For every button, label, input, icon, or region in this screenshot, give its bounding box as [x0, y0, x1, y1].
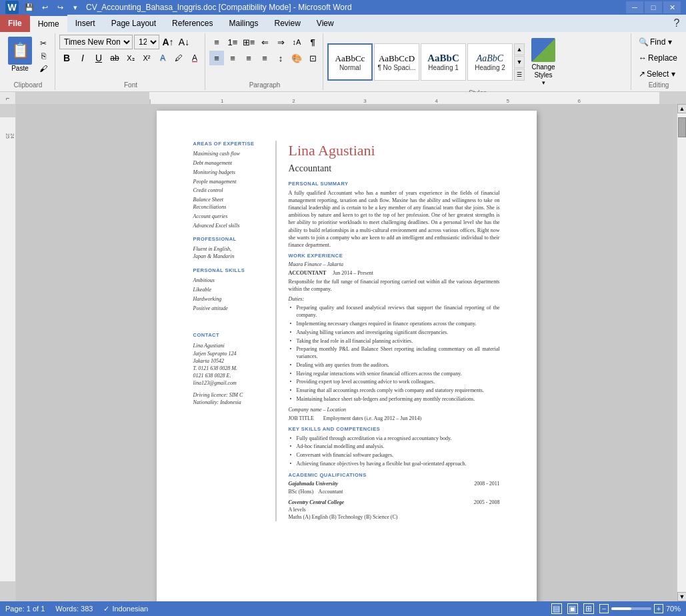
- help-button[interactable]: ?: [670, 17, 683, 29]
- clipboard-small-buttons: ✂ ⎘ 🖌: [36, 37, 51, 75]
- copy-button[interactable]: ⎘: [36, 50, 51, 62]
- minimize-button[interactable]: ─: [626, 1, 643, 13]
- subscript-button[interactable]: X₂: [123, 51, 138, 65]
- style-heading1[interactable]: AaBbC Heading 1: [421, 43, 466, 81]
- superscript-button[interactable]: X²: [139, 51, 154, 65]
- justify-button[interactable]: ≡: [257, 51, 272, 65]
- styles-more-button[interactable]: ☰: [514, 69, 525, 81]
- clipboard-group: 📋 Paste ✂ ⎘ 🖌 Clipboard: [1, 33, 55, 90]
- paragraph-group: ≡ 1≡ ⊞≡ ⇐ ⇒ ↕A ¶ ≡ ≡ ≡ ≡ ↕ 🎨 ⊡ Paragraph: [207, 33, 323, 90]
- increase-indent-button[interactable]: ⇒: [273, 35, 288, 49]
- font-color-button[interactable]: A: [187, 51, 202, 65]
- select-button[interactable]: ↗ Select ▾: [635, 67, 682, 81]
- highlight-button[interactable]: 🖊: [171, 51, 186, 65]
- language: Indonesian: [112, 605, 148, 613]
- tab-page-layout[interactable]: Page Layout: [103, 15, 164, 32]
- numbering-button[interactable]: 1≡: [225, 35, 240, 49]
- bold-button[interactable]: B: [59, 51, 74, 65]
- bullets-button[interactable]: ≡: [209, 35, 224, 49]
- scroll-thumb[interactable]: [678, 117, 686, 137]
- maximize-button[interactable]: □: [645, 1, 662, 13]
- font-shrink-button[interactable]: A↓: [177, 35, 191, 49]
- sort-button[interactable]: ↕A: [289, 35, 304, 49]
- prev-company: Company name – Location: [289, 407, 500, 414]
- align-left-button[interactable]: ≡: [209, 51, 224, 65]
- change-styles-button[interactable]: ChangeStyles ▾: [526, 35, 561, 89]
- document-area[interactable]: AREAS OF EXPERTISE Maximising cash flow …: [16, 104, 677, 601]
- editing-buttons: 🔍 Find ▾ ↔ Replace ↗ Select ▾: [635, 35, 682, 81]
- style-no-spacing-label: ¶ No Spaci...: [377, 64, 415, 71]
- paste-button[interactable]: 📋 Paste: [5, 35, 35, 75]
- view-web-button[interactable]: ⊞: [583, 603, 594, 614]
- key-skill-3: •Conversant with financial software pack…: [289, 452, 500, 459]
- save-button[interactable]: 💾: [23, 1, 36, 13]
- text-effects-button[interactable]: A: [155, 51, 170, 65]
- zoom-out-button[interactable]: −: [599, 604, 609, 613]
- ruler-corner[interactable]: ⌐: [0, 92, 16, 104]
- styles-group: AaBbCc Normal AaBbCcD ¶ No Spaci... AaBb…: [325, 33, 631, 90]
- line-spacing-button[interactable]: ↕: [273, 51, 288, 65]
- styles-scroll-down[interactable]: ▼: [514, 56, 525, 68]
- zoom-slider[interactable]: [611, 607, 651, 610]
- view-normal-button[interactable]: ▤: [551, 603, 562, 614]
- tab-references[interactable]: References: [164, 15, 221, 32]
- work-position: ACCOUNTANT: [289, 270, 327, 276]
- contact-extra: Driving licence: SIM C Nationality: Indo…: [193, 391, 269, 406]
- area-item-5: Credit control: [193, 187, 269, 195]
- replace-button[interactable]: ↔ Replace: [635, 51, 682, 65]
- underline-button[interactable]: U: [91, 51, 106, 65]
- font-row1: Times New Rom 12 A↑ A↓: [59, 35, 202, 49]
- tab-file[interactable]: File: [0, 15, 30, 32]
- tab-mailings[interactable]: Mailings: [221, 15, 266, 32]
- ribbon-tabs: File Home Insert Page Layout References …: [0, 15, 686, 32]
- tab-home[interactable]: Home: [30, 15, 67, 32]
- contact-title: CONTACT: [193, 332, 269, 339]
- scroll-down-button[interactable]: ▼: [677, 592, 686, 601]
- academic-title: ACADEMIC QUALIFICATIONS: [289, 472, 500, 479]
- key-skills-section: KEY SKILLS AND COMPETENCIES •Fully quali…: [289, 426, 500, 467]
- academic-school-1: Gajahmada University: [289, 481, 338, 488]
- ruler-left-gray: [16, 92, 149, 104]
- ribbon-content: 📋 Paste ✂ ⎘ 🖌 Clipboard Times New Rom 12…: [0, 32, 686, 92]
- show-hide-button[interactable]: ¶: [305, 35, 320, 49]
- close-button[interactable]: ✕: [663, 1, 681, 13]
- professional-section: PROFESSIONAL Fluent in English,Japan & M…: [193, 236, 269, 261]
- left-ruler-bottom-gray: [0, 581, 15, 601]
- font-grow-button[interactable]: A↑: [161, 35, 175, 49]
- styles-scroll-up[interactable]: ▲: [514, 43, 525, 55]
- decrease-indent-button[interactable]: ⇐: [257, 35, 272, 49]
- font-size-select[interactable]: 12: [134, 35, 159, 49]
- doc-columns: AREAS OF EXPERTISE Maximising cash flow …: [193, 141, 500, 521]
- key-skill-4: •Achieving finance objectives by having …: [289, 461, 500, 468]
- academic-degree-2: A levels: [289, 507, 500, 514]
- strikethrough-button[interactable]: ab: [107, 51, 122, 65]
- align-center-button[interactable]: ≡: [225, 51, 240, 65]
- find-button[interactable]: 🔍 Find ▾: [635, 35, 682, 49]
- tab-review[interactable]: Review: [266, 15, 308, 32]
- undo-button[interactable]: ↩: [38, 1, 51, 13]
- borders-button[interactable]: ⊡: [305, 51, 320, 65]
- shading-button[interactable]: 🎨: [289, 51, 304, 65]
- spell-check: ✓ Indonesian: [103, 605, 148, 613]
- style-no-spacing[interactable]: AaBbCcD ¶ No Spaci...: [374, 43, 419, 81]
- doc-name: Lina Agustiani: [289, 141, 500, 161]
- cut-button[interactable]: ✂: [36, 37, 51, 49]
- tab-view[interactable]: View: [309, 15, 342, 32]
- format-painter-button[interactable]: 🖌: [36, 63, 51, 75]
- duty-5: •Preparing monthly P&L and Balance Sheet…: [289, 346, 500, 361]
- font-name-select[interactable]: Times New Rom: [59, 35, 133, 49]
- multilevel-button[interactable]: ⊞≡: [241, 35, 256, 49]
- redo-button[interactable]: ↪: [53, 1, 67, 13]
- work-experience-title: WORK EXPERIENCE: [289, 253, 500, 259]
- work-title-row: ACCOUNTANT Jun 2014 – Present: [289, 270, 500, 277]
- align-right-button[interactable]: ≡: [241, 51, 256, 65]
- tab-insert[interactable]: Insert: [67, 15, 103, 32]
- scroll-up-button[interactable]: ▲: [677, 104, 686, 113]
- status-left: Page: 1 of 1 Words: 383 ✓ Indonesian: [5, 605, 148, 613]
- italic-button[interactable]: I: [75, 51, 90, 65]
- style-heading2[interactable]: AaBbC Heading 2: [467, 43, 513, 81]
- style-normal[interactable]: AaBbCc Normal: [327, 43, 373, 81]
- quick-access-more-button[interactable]: ▾: [69, 1, 82, 13]
- view-reading-button[interactable]: ▣: [567, 603, 578, 614]
- zoom-in-button[interactable]: +: [654, 604, 663, 613]
